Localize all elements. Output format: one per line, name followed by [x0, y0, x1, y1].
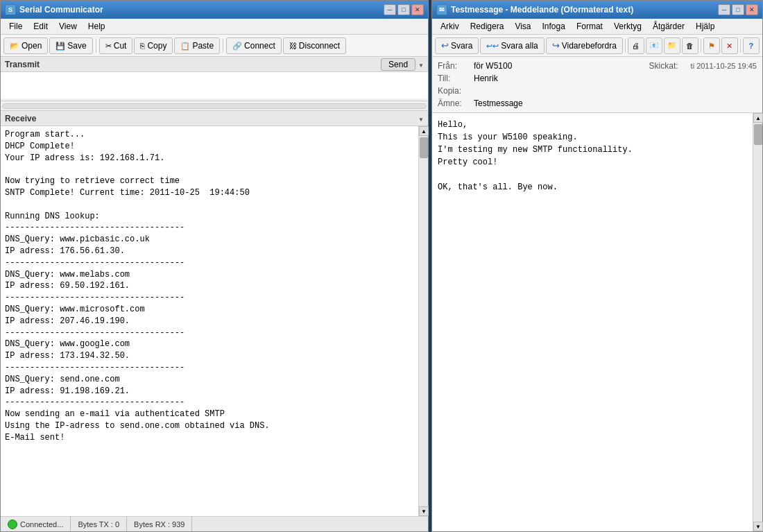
transmit-scrollbar[interactable]: [1, 101, 428, 110]
disconnect-button[interactable]: Disconnect: [283, 37, 346, 54]
receive-text: Program start... DHCP Complete! Your IP …: [1, 126, 418, 516]
connect-button[interactable]: Connect: [226, 37, 282, 54]
receive-dropdown-icon[interactable]: [418, 114, 424, 123]
forward-icon: [552, 40, 560, 51]
email-scroll-up-button[interactable]: ▲: [753, 113, 763, 123]
to-value: Henrik: [474, 74, 757, 83]
receive-header: Receive: [1, 111, 428, 126]
serial-menu-edit[interactable]: Edit: [28, 20, 53, 33]
delete-icon: [726, 41, 732, 51]
email-menu-atgarder[interactable]: Åtgärder: [647, 20, 690, 33]
reply-all-label: Svara alla: [501, 41, 538, 51]
toolbar-icon-btn-2[interactable]: 📧: [646, 37, 662, 54]
serial-close-button[interactable]: ✕: [411, 4, 424, 15]
transmit-scroll-track: [2, 103, 427, 109]
serial-window: S Serial Communicator ─ □ ✕ File Edit Vi…: [0, 0, 429, 532]
email-menu-verktyg[interactable]: Verktyg: [608, 20, 647, 33]
connected-text: Connected...: [20, 520, 63, 529]
receive-label: Receive: [5, 114, 36, 123]
email-toolbar-sep-1: [625, 39, 626, 53]
status-bytes-tx: Bytes TX : 0: [71, 517, 127, 531]
email-scroll-thumb[interactable]: [754, 124, 762, 145]
serial-menu-help[interactable]: Help: [83, 20, 111, 33]
print-button[interactable]: [628, 37, 644, 54]
connection-indicator: [8, 520, 17, 529]
email-body-row: Hello, This is your W5100 speaking. I'm …: [432, 113, 762, 531]
save-icon: [55, 41, 65, 51]
toolbar-icon-4: 🗑: [686, 42, 694, 50]
scroll-up-button[interactable]: ▲: [419, 126, 429, 136]
email-maximize-button[interactable]: □: [732, 4, 744, 15]
serial-title-text: Serial Communicator: [19, 5, 103, 15]
email-scroll-down-button[interactable]: ▼: [753, 522, 763, 531]
connect-label: Connect: [244, 41, 275, 51]
transmit-label: Transmit: [5, 60, 40, 69]
paste-button[interactable]: Paste: [174, 37, 220, 54]
scroll-down-button[interactable]: ▼: [419, 506, 429, 516]
send-dropdown-icon[interactable]: [418, 60, 424, 69]
serial-menu-view[interactable]: View: [53, 20, 83, 33]
email-menu-infoga[interactable]: Infoga: [537, 20, 571, 33]
toolbar-icon-btn-3[interactable]: 📁: [664, 37, 680, 54]
serial-menu-file[interactable]: File: [3, 20, 28, 33]
email-scrollbar[interactable]: ▲ ▼: [753, 113, 762, 531]
reply-button[interactable]: Svara: [435, 37, 479, 54]
send-area: Send: [381, 58, 424, 71]
email-toolbar: Svara Svara alla Vidarebefordra 📧 📁 🗑: [432, 35, 762, 57]
toolbar-icon-3: 📁: [667, 41, 677, 50]
serial-minimize-button[interactable]: ─: [384, 4, 396, 15]
disconnect-label: Disconnect: [299, 41, 340, 51]
email-menu-visa[interactable]: Visa: [509, 20, 536, 33]
email-to-row: Till: Henrik: [438, 72, 757, 85]
email-close-button[interactable]: ✕: [746, 4, 758, 15]
scroll-thumb[interactable]: [420, 137, 428, 158]
email-window: ✉ Testmessage - Meddelande (Oformaterad …: [431, 0, 763, 532]
open-label: Open: [22, 41, 42, 51]
save-button[interactable]: Save: [49, 37, 92, 54]
email-body-content: Hello, This is your W5100 speaking. I'm …: [432, 113, 753, 531]
copy-button[interactable]: Copy: [134, 37, 173, 54]
toolbar-icon-btn-4[interactable]: 🗑: [682, 37, 698, 54]
reply-all-button[interactable]: Svara alla: [480, 37, 544, 54]
paste-label: Paste: [192, 41, 214, 51]
email-menu-bar: Arkiv Redigera Visa Infoga Format Verkty…: [432, 19, 762, 35]
open-button[interactable]: Open: [3, 37, 48, 54]
reply-icon: [441, 40, 449, 51]
email-menu-arkiv[interactable]: Arkiv: [435, 20, 465, 33]
serial-menu-bar: File Edit View Help: [1, 19, 428, 35]
print-icon: [632, 41, 640, 51]
forward-button[interactable]: Vidarebefordra: [546, 37, 623, 54]
from-value: för W5100: [474, 61, 649, 71]
subject-value: Testmessage: [474, 98, 757, 108]
email-title-bar: ✉ Testmessage - Meddelande (Oformaterad …: [432, 1, 762, 19]
sent-value: ti 2011-10-25 19:45: [691, 62, 757, 70]
status-bytes-rx: Bytes RX : 939: [127, 517, 192, 531]
serial-window-controls: ─ □ ✕: [384, 4, 424, 15]
email-subject-row: Ämne: Testmessage: [438, 97, 757, 110]
email-menu-format[interactable]: Format: [571, 20, 608, 33]
transmit-input[interactable]: [1, 72, 428, 98]
sent-label: Skickat:: [649, 61, 691, 71]
email-header: Från: för W5100 Skickat: ti 2011-10-25 1…: [432, 57, 762, 113]
email-menu-redigera[interactable]: Redigera: [465, 20, 510, 33]
serial-status-bar: Connected... Bytes TX : 0 Bytes RX : 939: [1, 516, 428, 531]
email-cc-row: Kopia:: [438, 85, 757, 97]
serial-title-left: S Serial Communicator: [5, 4, 103, 15]
email-minimize-button[interactable]: ─: [718, 4, 730, 15]
email-from-row: Från: för W5100 Skickat: ti 2011-10-25 1…: [438, 60, 757, 72]
serial-maximize-button[interactable]: □: [397, 4, 410, 15]
copy-icon: [140, 41, 145, 51]
email-toolbar-sep-2: [701, 39, 701, 53]
help-button[interactable]: [743, 37, 760, 54]
receive-content-area: Program start... DHCP Complete! Your IP …: [1, 126, 428, 516]
help-icon: [749, 41, 754, 51]
receive-scrollbar[interactable]: ▲ ▼: [418, 126, 428, 516]
email-scroll-track[interactable]: [753, 123, 762, 522]
cut-button[interactable]: Cut: [99, 37, 133, 54]
delete-button[interactable]: [721, 37, 738, 54]
send-button[interactable]: Send: [381, 58, 415, 71]
email-menu-hjalp[interactable]: Hjälp: [690, 20, 720, 33]
transmit-header: Transmit Send: [1, 57, 428, 72]
flag-button[interactable]: [703, 37, 720, 54]
scroll-track[interactable]: [419, 136, 428, 506]
